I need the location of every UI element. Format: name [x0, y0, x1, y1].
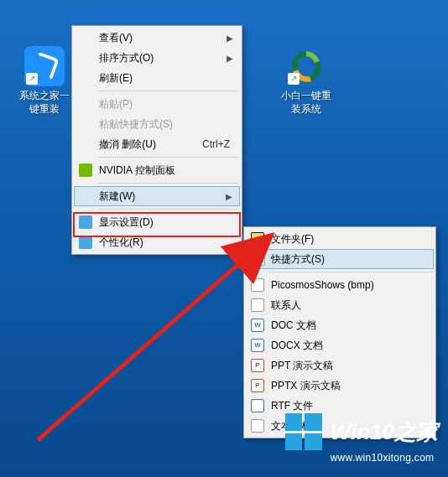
- menu-item-nvidia[interactable]: NVIDIA 控制面板: [74, 160, 240, 180]
- menu-item-label: 个性化(R): [99, 236, 143, 250]
- recycle-icon: ↗: [286, 46, 326, 86]
- rtf-icon: [251, 399, 264, 412]
- new-submenu: 文件夹(F) ↗快捷方式(S) PicosmosShows (bmp) 联系人 …: [243, 226, 436, 438]
- menu-item-paste: 粘贴(P): [74, 94, 240, 114]
- menu-item-undo[interactable]: 撤消 删除(U)Ctrl+Z: [74, 134, 240, 154]
- menu-item-label: 查看(V): [99, 31, 133, 45]
- bmp-icon: [251, 278, 264, 292]
- chevron-right-icon: ▶: [227, 54, 233, 63]
- menu-item-label: DOCX 文档: [271, 339, 323, 353]
- app-icon: ↗: [24, 46, 65, 86]
- shortcut-icon: ↗: [252, 252, 265, 266]
- desktop-icon-xitongzhijia[interactable]: ↗ 系统之家一键重装: [15, 46, 74, 116]
- doc-icon: W: [251, 319, 264, 332]
- submenu-item-folder[interactable]: 文件夹(F): [246, 229, 434, 249]
- display-icon: [79, 215, 92, 229]
- menu-item-sort[interactable]: 排序方式(O)▶: [74, 48, 240, 68]
- menu-item-label: 显示设置(D): [99, 215, 154, 230]
- submenu-item-ppt[interactable]: PPPT 演示文稿: [246, 355, 434, 376]
- chevron-right-icon: ▶: [227, 34, 233, 43]
- submenu-item-shortcut[interactable]: ↗快捷方式(S): [246, 249, 434, 269]
- submenu-item-doc[interactable]: WDOC 文档: [246, 315, 434, 335]
- submenu-item-bmp[interactable]: PicosmosShows (bmp): [246, 275, 434, 295]
- menu-item-label: 排序方式(O): [99, 51, 154, 65]
- watermark-brand: Win10之家: [331, 417, 438, 447]
- menu-item-view[interactable]: 查看(V)▶: [74, 28, 240, 48]
- shortcut-badge: ↗: [288, 73, 300, 85]
- personalize-icon: [79, 236, 92, 249]
- menu-item-paste-shortcut: 粘贴快捷方式(S): [74, 114, 240, 134]
- docx-icon: W: [251, 339, 264, 352]
- menu-item-label: RTF 文件: [271, 399, 313, 413]
- menu-item-label: PPT 演示文稿: [271, 359, 333, 373]
- menu-item-label: 刷新(E): [99, 71, 133, 86]
- watermark: Win10之家 www.win10xitong.com: [285, 413, 438, 464]
- menu-item-label: 粘贴(P): [99, 97, 133, 111]
- shortcut-badge: ↗: [26, 73, 38, 85]
- chevron-right-icon: ▶: [226, 192, 232, 201]
- contact-icon: [251, 298, 264, 312]
- menu-item-label: PicosmosShows (bmp): [271, 279, 374, 291]
- menu-item-label: 新建(W): [99, 189, 135, 204]
- desktop-icon-xiaobai[interactable]: ↗ 小白一键重装系统: [277, 46, 336, 116]
- menu-item-label: 撤消 删除(U): [99, 137, 156, 152]
- menu-item-label: DOC 文档: [271, 319, 316, 333]
- menu-separator: [97, 209, 239, 210]
- menu-separator: [97, 91, 239, 91]
- desktop-context-menu: 查看(V)▶ 排序方式(O)▶ 刷新(E) 粘贴(P) 粘贴快捷方式(S) 撤消…: [71, 25, 242, 255]
- pptx-icon: P: [251, 379, 264, 392]
- menu-item-refresh[interactable]: 刷新(E): [74, 68, 240, 88]
- watermark-url: www.win10xitong.com: [331, 452, 438, 464]
- menu-item-new[interactable]: 新建(W)▶: [74, 186, 240, 206]
- ppt-icon: P: [251, 359, 264, 372]
- menu-item-display-settings[interactable]: 显示设置(D): [74, 212, 240, 232]
- menu-item-label: 粘贴快捷方式(S): [99, 117, 173, 132]
- txt-icon: [251, 419, 264, 433]
- menu-item-label: NVIDIA 控制面板: [99, 163, 175, 178]
- desktop-icon-label: 系统之家一键重装: [15, 90, 74, 116]
- folder-icon: [251, 232, 264, 246]
- nvidia-icon: [79, 163, 92, 177]
- submenu-item-docx[interactable]: WDOCX 文档: [246, 335, 434, 355]
- submenu-item-contact[interactable]: 联系人: [246, 295, 434, 315]
- menu-item-label: 文件夹(F): [271, 232, 314, 246]
- menu-item-shortcut: Ctrl+Z: [202, 138, 230, 150]
- windows-logo-icon: [285, 413, 322, 450]
- svg-line-0: [38, 260, 243, 440]
- desktop-icon-label: 小白一键重装系统: [277, 90, 336, 116]
- submenu-item-pptx[interactable]: PPPTX 演示文稿: [246, 376, 434, 396]
- menu-item-label: 联系人: [271, 298, 301, 313]
- menu-item-label: PPTX 演示文稿: [271, 379, 341, 393]
- menu-item-personalize[interactable]: 个性化(R): [74, 232, 240, 252]
- menu-separator: [97, 183, 239, 184]
- menu-item-label: 快捷方式(S): [271, 252, 325, 267]
- menu-separator: [97, 157, 239, 158]
- menu-separator: [269, 272, 433, 272]
